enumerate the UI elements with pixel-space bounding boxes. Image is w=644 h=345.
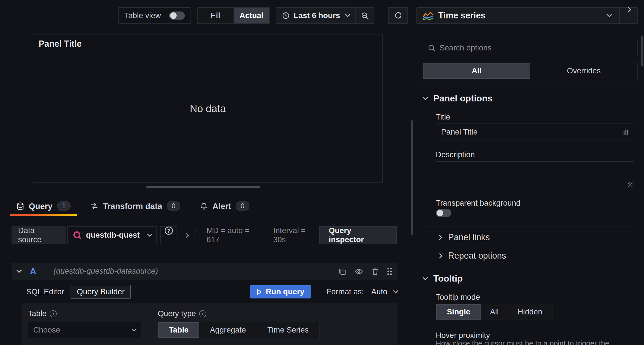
vertical-scrollbar[interactable]	[411, 120, 413, 235]
query-type-aggregate-label: Aggregate	[210, 325, 246, 335]
filter-tab-overrides-label: Overrides	[567, 67, 601, 76]
divider	[416, 87, 638, 87]
fill-option-label: Fill	[211, 11, 221, 20]
repeat-options-label: Repeat options	[448, 251, 506, 261]
query-type-field-label: Query type	[158, 309, 196, 318]
panel-options-section-header[interactable]: Panel options	[423, 93, 493, 104]
chevron-right-icon[interactable]	[184, 233, 189, 238]
query-type-aggregate-option[interactable]: Aggregate	[199, 322, 257, 338]
tooltip-mode-label: Tooltip mode	[436, 293, 480, 302]
divider	[423, 227, 634, 227]
tooltip-mode-hidden-option[interactable]: Hidden	[508, 304, 552, 320]
time-controls: Last 6 hours	[276, 7, 375, 24]
query-type-timeseries-option[interactable]: Time Series	[257, 322, 319, 338]
filter-tab-all[interactable]: All	[423, 63, 530, 79]
run-query-label: Run query	[266, 287, 304, 296]
query-type-radio-group: Table Aggregate Time Series	[158, 322, 320, 338]
query-inspector-button[interactable]: Query inspector	[319, 226, 397, 244]
query-builder-option[interactable]: Query Builder	[71, 285, 131, 299]
drag-handle-icon[interactable]	[387, 268, 392, 275]
viz-picker-label: Time series	[438, 11, 486, 21]
table-view-toggle-group: Table view	[118, 7, 191, 24]
chevron-down-icon	[423, 275, 428, 280]
query-type-timeseries-label: Time Series	[267, 325, 309, 335]
editor-mode-radio-group: SQL Editor Query Builder	[21, 285, 131, 299]
fill-option[interactable]: Fill	[198, 8, 234, 24]
zoom-out-icon	[361, 12, 369, 20]
actual-option[interactable]: Actual	[234, 8, 270, 24]
panel-links-label: Panel links	[448, 232, 490, 242]
resize-handle-icon[interactable]	[628, 182, 632, 187]
tooltip-mode-all-label: All	[490, 307, 499, 316]
datasource-help-button[interactable]: ?	[160, 226, 177, 244]
query-type-table-option[interactable]: Table	[158, 322, 199, 338]
chevron-down-icon	[423, 95, 428, 100]
tooltip-mode-hidden-label: Hidden	[518, 307, 542, 316]
chevron-down-icon	[147, 231, 152, 237]
tab-alert-label: Alert	[212, 201, 231, 211]
tab-transform-data[interactable]: Transform data 0	[82, 197, 188, 215]
transparent-background-switch[interactable]	[436, 209, 451, 217]
tab-alert[interactable]: Alert 0	[192, 197, 258, 215]
chevron-right-icon	[437, 235, 442, 240]
collapse-options-pane-button[interactable]	[619, 8, 637, 24]
question-mark-icon: ?	[164, 227, 173, 235]
refresh-button[interactable]	[388, 7, 408, 24]
delete-query-trash-icon[interactable]	[371, 267, 379, 275]
horizontal-scrollbar[interactable]	[146, 186, 260, 188]
table-select[interactable]: Choose	[28, 322, 141, 338]
tooltip-mode-single-option[interactable]: Single	[436, 304, 481, 320]
datasource-name: questdb-quest	[86, 231, 140, 240]
no-data-message: No data	[33, 35, 382, 182]
tooltip-mode-all-option[interactable]: All	[481, 304, 508, 320]
info-icon: i	[199, 310, 206, 317]
panel-links-section-header[interactable]: Panel links	[438, 232, 490, 242]
query-inspector-label: Query inspector	[329, 226, 387, 244]
sql-editor-option[interactable]: SQL Editor	[21, 285, 69, 298]
clock-icon	[282, 12, 289, 19]
collapse-query-row-icon[interactable]	[16, 268, 22, 273]
panel-title-input[interactable]	[441, 127, 620, 137]
transform-count-badge: 0	[167, 201, 180, 211]
format-as-select[interactable]: Auto	[371, 287, 398, 296]
zoom-out-time-button[interactable]	[356, 7, 375, 24]
interval-text: Interval = 30s	[273, 226, 319, 244]
options-search-box	[423, 40, 638, 56]
query-datasource-hint: (questdb-questdb-datasource)	[54, 267, 158, 276]
viz-picker[interactable]: Time series	[416, 7, 638, 24]
table-field: Table i Choose	[28, 309, 141, 338]
play-icon	[257, 289, 262, 295]
tooltip-section-header[interactable]: Tooltip	[423, 273, 463, 284]
max-data-points-text: MD = auto = 617	[207, 226, 264, 244]
refresh-icon	[394, 12, 402, 20]
time-range-picker[interactable]: Last 6 hours	[276, 7, 356, 24]
sidebar-scrollbar[interactable]	[641, 36, 643, 67]
repeat-options-section-header[interactable]: Repeat options	[438, 251, 506, 261]
chevron-right-icon	[437, 253, 442, 258]
description-textarea[interactable]	[436, 162, 634, 188]
tab-transform-label: Transform data	[103, 201, 162, 211]
panel-title-field	[436, 123, 634, 140]
datasource-picker[interactable]: questdb-quest	[67, 226, 157, 244]
tab-query[interactable]: Query 1	[8, 197, 79, 215]
editor-tabs: Query 1 Transform data 0 Alert 0	[8, 197, 258, 215]
chevron-down-icon	[345, 12, 350, 17]
query-builder-card: Table i Choose Query type i Table	[21, 303, 397, 345]
filter-tab-all-label: All	[472, 67, 482, 76]
filter-tab-overrides[interactable]: Overrides	[530, 63, 637, 79]
chevron-right-icon	[626, 7, 631, 12]
tooltip-mode-single-label: Single	[447, 307, 470, 316]
run-query-button[interactable]: Run query	[250, 285, 311, 298]
duplicate-query-icon[interactable]	[338, 267, 346, 275]
description-field-label: Description	[436, 150, 475, 159]
table-view-switch[interactable]	[169, 12, 185, 20]
screenshot-root: { "colors": { "accent_blue": "#3d71d9", …	[0, 0, 644, 345]
hide-query-eye-icon[interactable]	[354, 267, 363, 275]
hover-proximity-help-text: How close the cursor must be to a point …	[436, 339, 635, 345]
clipped-options-pill	[194, 229, 198, 241]
table-view-label: Table view	[124, 11, 161, 20]
query-count-badge: 1	[57, 201, 71, 211]
chevron-down-icon	[393, 288, 398, 293]
options-search-input[interactable]	[439, 44, 632, 53]
query-refid[interactable]: A	[30, 266, 36, 276]
